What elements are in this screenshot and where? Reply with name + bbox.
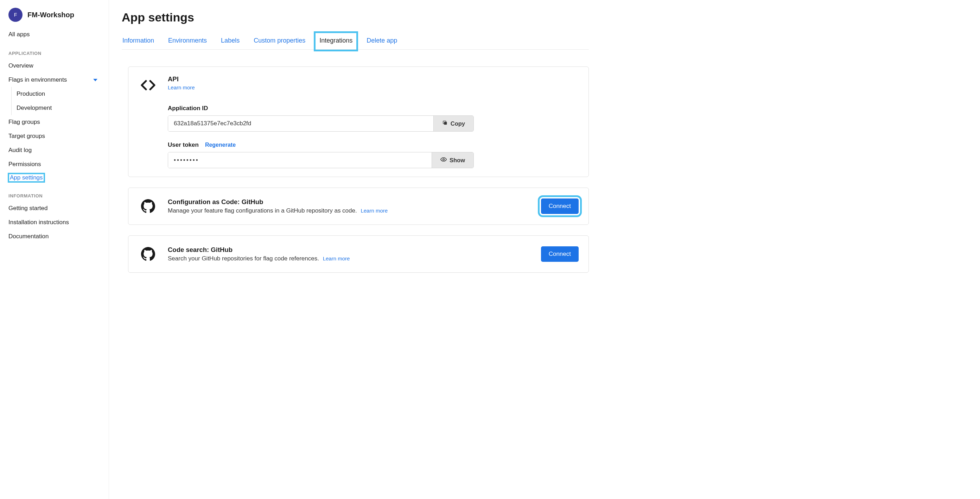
sidebar-item-flags-in-environments[interactable]: Flags in environments xyxy=(0,73,109,87)
show-button[interactable]: Show xyxy=(432,152,474,168)
tab-information[interactable]: Information xyxy=(122,33,155,49)
chevron-down-icon xyxy=(93,79,97,81)
tab-delete-app[interactable]: Delete app xyxy=(366,33,398,49)
application-id-field: Copy xyxy=(168,115,474,132)
github-search-card: Code search: GitHub Search your GitHub r… xyxy=(128,236,589,273)
github-config-desc-text: Manage your feature flag configurations … xyxy=(168,207,357,214)
application-id-label: Application ID xyxy=(168,105,208,112)
workspace-name: FM-Workshop xyxy=(27,11,74,19)
tabs: Information Environments Labels Custom p… xyxy=(122,33,589,49)
copy-button[interactable]: Copy xyxy=(433,116,474,131)
sidebar-item-target-groups[interactable]: Target groups xyxy=(0,129,109,143)
sidebar-item-env-development[interactable]: Development xyxy=(12,101,109,115)
sidebar-item-installation[interactable]: Installation instructions xyxy=(0,215,109,230)
avatar-letter: F xyxy=(14,12,17,18)
api-card: API Learn more Application ID Copy User xyxy=(128,67,589,177)
svg-point-2 xyxy=(443,159,445,161)
api-learn-more-link[interactable]: Learn more xyxy=(168,84,195,91)
github-search-desc-text: Search your GitHub repositories for flag… xyxy=(168,255,319,262)
tab-environments[interactable]: Environments xyxy=(167,33,208,49)
svg-rect-0 xyxy=(444,122,447,124)
section-label-information: INFORMATION xyxy=(0,184,109,201)
workspace-header[interactable]: F FM-Workshop xyxy=(0,8,109,27)
sidebar-item-env-production[interactable]: Production xyxy=(12,87,109,101)
environments-sublist: Production Development xyxy=(11,87,109,115)
github-search-desc: Search your GitHub repositories for flag… xyxy=(168,255,350,262)
tab-custom-properties[interactable]: Custom properties xyxy=(253,33,306,49)
github-config-title: Configuration as Code: GitHub xyxy=(168,198,388,206)
github-config-desc: Manage your feature flag configurations … xyxy=(168,207,388,214)
sidebar-item-getting-started[interactable]: Getting started xyxy=(0,201,109,215)
application-id-input[interactable] xyxy=(168,116,433,131)
tab-integrations[interactable]: Integrations xyxy=(319,33,353,49)
github-icon xyxy=(138,244,158,264)
sidebar-item-app-settings[interactable]: App settings xyxy=(0,171,109,184)
api-card-title: API xyxy=(168,75,195,83)
user-token-label: User token xyxy=(168,142,199,148)
show-button-label: Show xyxy=(450,157,465,164)
page-title: App settings xyxy=(122,11,589,24)
sidebar-item-label: App settings xyxy=(8,174,45,182)
sidebar-item-audit-log[interactable]: Audit log xyxy=(0,143,109,157)
avatar: F xyxy=(8,8,22,22)
copy-icon xyxy=(442,120,448,127)
user-token-input[interactable] xyxy=(168,152,432,168)
sidebar-item-overview[interactable]: Overview xyxy=(0,59,109,73)
github-search-learn-more-link[interactable]: Learn more xyxy=(323,255,350,261)
github-config-card: Configuration as Code: GitHub Manage you… xyxy=(128,188,589,225)
eye-icon xyxy=(441,156,447,164)
github-search-connect-button[interactable]: Connect xyxy=(541,246,579,262)
sidebar-item-documentation[interactable]: Documentation xyxy=(0,230,109,244)
github-config-learn-more-link[interactable]: Learn more xyxy=(361,207,388,214)
github-search-title: Code search: GitHub xyxy=(168,246,350,254)
github-icon xyxy=(138,196,158,216)
section-label-application: APPLICATION xyxy=(0,41,109,59)
sidebar-item-flag-groups[interactable]: Flag groups xyxy=(0,115,109,129)
main-content: App settings Information Environments La… xyxy=(109,0,601,499)
sidebar-item-label: Flags in environments xyxy=(8,77,67,83)
sidebar-item-all-apps[interactable]: All apps xyxy=(0,27,109,41)
sidebar-item-permissions[interactable]: Permissions xyxy=(0,157,109,171)
copy-button-label: Copy xyxy=(450,120,465,127)
github-config-connect-button[interactable]: Connect xyxy=(541,198,579,214)
tab-labels[interactable]: Labels xyxy=(220,33,240,49)
regenerate-link[interactable]: Regenerate xyxy=(205,142,235,148)
code-icon xyxy=(138,75,158,95)
sidebar: F FM-Workshop All apps APPLICATION Overv… xyxy=(0,0,109,499)
user-token-field: Show xyxy=(168,152,474,168)
